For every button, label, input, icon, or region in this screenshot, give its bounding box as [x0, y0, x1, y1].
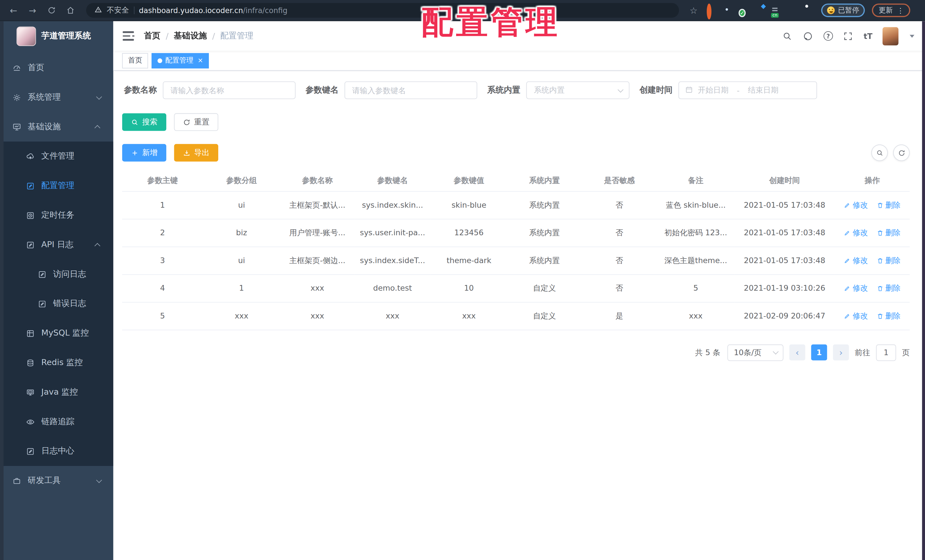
search-icon — [876, 149, 883, 157]
extensions-puzzle-icon[interactable] — [803, 6, 812, 15]
edit-square-icon — [26, 447, 35, 455]
extension-icon-gray-grid[interactable] — [755, 6, 764, 15]
browser-menu-icon[interactable]: ⋮ — [897, 6, 904, 15]
date-start-placeholder: 开始日期 — [698, 85, 729, 95]
edit-link[interactable]: 修改 — [844, 255, 868, 266]
edit-link[interactable]: 修改 — [844, 200, 868, 210]
builtin-type-select[interactable]: 系统内置 — [526, 81, 630, 99]
briefcase-icon — [12, 476, 21, 485]
page-size-select[interactable]: 10条/页 — [728, 344, 783, 361]
sidebar-item-system[interactable]: 系统管理 — [0, 83, 113, 112]
sidebar-menu: 首页 系统管理 基础设施 文件管理 — [0, 51, 113, 495]
add-button[interactable]: 新增 — [122, 144, 167, 162]
sidebar-item-label: 文件管理 — [41, 151, 74, 161]
breadcrumb-home[interactable]: 首页 — [144, 31, 161, 41]
export-button[interactable]: 导出 — [174, 144, 218, 162]
sidebar-item-infra[interactable]: 基础设施 — [0, 112, 113, 142]
extension-icon-translate-cn[interactable]: cn — [771, 6, 780, 15]
edit-link[interactable]: 修改 — [844, 310, 868, 321]
user-avatar[interactable] — [883, 27, 899, 45]
sidebar-item-file-manage[interactable]: 文件管理 — [0, 142, 113, 171]
monitor-chart-icon — [12, 122, 21, 131]
sidebar-toggle-hamburger-icon[interactable] — [123, 31, 135, 41]
trash-icon — [877, 312, 883, 319]
sidebar-item-scheduled-jobs[interactable]: 定时任务 — [0, 200, 113, 230]
delete-link[interactable]: 删除 — [877, 200, 901, 210]
sidebar-item-tracing[interactable]: 链路追踪 — [0, 407, 113, 437]
browser-home-button[interactable] — [63, 3, 78, 18]
cell-actions: 修改 删除 — [835, 191, 910, 219]
tabs-bar: 首页 配置管理 × — [113, 51, 925, 71]
breadcrumb-infra[interactable]: 基础设施 — [174, 31, 207, 41]
edit-link[interactable]: 修改 — [844, 227, 868, 238]
refresh-table-button[interactable] — [893, 145, 910, 161]
cell-id: 4 — [122, 274, 203, 302]
sidebar-item-java-monitor[interactable]: Java 监控 — [0, 378, 113, 407]
insecure-label: 不安全 — [107, 5, 129, 15]
edit-square-icon — [26, 240, 35, 249]
extension-icon-orange-ring[interactable] — [707, 6, 716, 15]
browser-refresh-button[interactable] — [44, 3, 59, 18]
tab-config-manage[interactable]: 配置管理 × — [152, 53, 209, 68]
column-header: 创建时间 — [734, 170, 835, 191]
fullscreen-icon[interactable] — [843, 31, 853, 41]
table-row: 1 ui 主框架页-默认... sys.index.skin... skin-b… — [122, 191, 910, 219]
column-header: 参数名称 — [280, 170, 355, 191]
cell-created: 2021-01-19 03:10:26 — [734, 274, 835, 302]
sidebar-item-redis-monitor[interactable]: Redis 监控 — [0, 348, 113, 378]
delete-link[interactable]: 删除 — [877, 227, 901, 238]
sidebar-item-api-log[interactable]: API 日志 — [0, 230, 113, 260]
cell-value: 10 — [431, 274, 507, 302]
prev-page-button[interactable]: ‹ — [789, 344, 805, 360]
sidebar-item-dev-tools[interactable]: 研发工具 — [0, 466, 113, 495]
extension-icon-blue-pin[interactable] — [723, 6, 732, 15]
cell-id: 3 — [122, 247, 203, 274]
edit-link[interactable]: 修改 — [844, 283, 868, 293]
browser-forward-button[interactable]: → — [25, 3, 40, 18]
paused-extension-badge[interactable]: 已暂停 — [821, 3, 865, 17]
delete-link[interactable]: 删除 — [877, 255, 901, 266]
font-size-icon[interactable]: tT — [863, 32, 872, 40]
sidebar-item-home[interactable]: 首页 — [0, 53, 113, 83]
page-number-1[interactable]: 1 — [811, 344, 827, 360]
address-bar[interactable]: 不安全 dashboard.yudao.iocoder.cn/infra/con… — [86, 3, 679, 18]
reset-button[interactable]: 重置 — [174, 113, 218, 131]
tab-close-icon[interactable]: × — [197, 57, 203, 63]
bookmark-star-icon[interactable]: ☆ — [690, 5, 698, 16]
cell-value: 123456 — [431, 219, 507, 247]
app-logo-row[interactable]: 芋道管理系统 — [0, 21, 113, 51]
browser-update-button[interactable]: 更新 ⋮ — [872, 3, 910, 17]
delete-link[interactable]: 删除 — [877, 283, 901, 293]
extension-icon-green-check[interactable]: ✓ — [739, 6, 748, 15]
sidebar-item-mysql-monitor[interactable]: MySQL 监控 — [0, 319, 113, 348]
sidebar-item-log-center[interactable]: 日志中心 — [0, 437, 113, 466]
cell-builtin: 自定义 — [507, 302, 582, 330]
sidebar-item-config-manage[interactable]: 配置管理 — [0, 171, 113, 200]
emoji-face-icon — [827, 6, 835, 14]
search-icon[interactable] — [782, 31, 792, 41]
page-scrollbar[interactable] — [922, 21, 925, 560]
tab-home[interactable]: 首页 — [122, 53, 148, 68]
extension-icon-green-sprout[interactable] — [786, 6, 796, 15]
param-key-input[interactable] — [344, 81, 477, 99]
avatar-caret-down-icon[interactable] — [910, 35, 914, 37]
sidebar-item-error-log[interactable]: 错误日志 — [0, 289, 113, 319]
github-icon[interactable] — [803, 31, 814, 41]
refresh-icon — [47, 6, 56, 15]
delete-link[interactable]: 删除 — [877, 310, 901, 321]
extension-toolbar: ✓ cn — [707, 6, 812, 15]
next-page-button[interactable]: › — [833, 344, 849, 360]
search-button[interactable]: 搜索 — [122, 113, 167, 131]
column-header: 参数键名 — [354, 170, 431, 191]
sidebar-item-label: 研发工具 — [28, 475, 61, 486]
column-header: 操作 — [835, 170, 910, 191]
goto-page-input[interactable] — [876, 344, 896, 361]
sidebar-submenu-infra: 文件管理 配置管理 定时任务 API 日志 — [0, 142, 113, 466]
param-name-input[interactable] — [163, 81, 295, 99]
date-range-picker[interactable]: 开始日期 - 结束日期 — [678, 81, 817, 99]
help-icon[interactable]: ? — [824, 31, 833, 41]
toggle-search-button[interactable] — [871, 145, 888, 161]
sidebar-item-access-log[interactable]: 访问日志 — [0, 259, 113, 289]
cell-name: 用户管理-账号... — [280, 219, 355, 247]
browser-back-button[interactable]: ← — [6, 3, 21, 18]
